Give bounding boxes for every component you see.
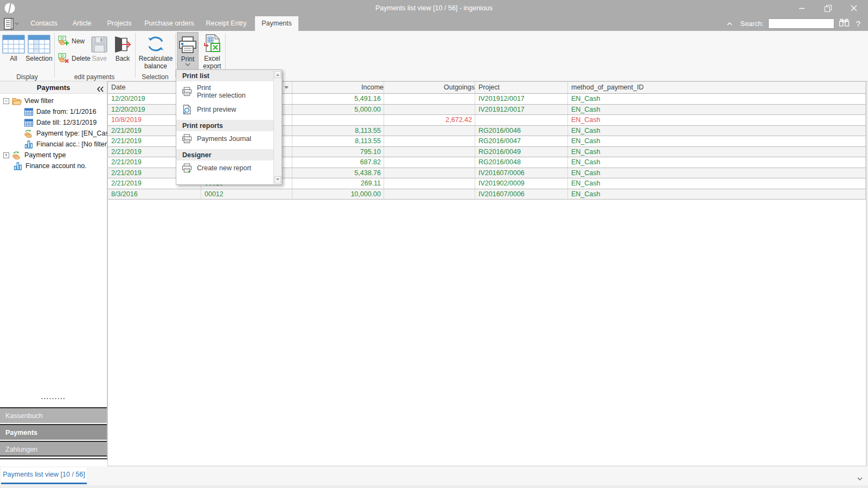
help-button[interactable]: ? — [856, 19, 860, 28]
calendar-icon — [24, 108, 34, 116]
tab-article[interactable]: Article — [66, 16, 98, 31]
application-window: Payments list view [10 / 56] - ingenious… — [0, 0, 868, 488]
binoculars-icon[interactable] — [839, 18, 850, 29]
coins-icon — [24, 129, 34, 138]
close-button[interactable] — [842, 0, 866, 16]
document-tab-strip: Payments list view [10 / 56] — [0, 466, 868, 485]
new-button[interactable]: New — [56, 35, 87, 48]
tree-item-view-filter[interactable]: − View filter — [0, 95, 107, 106]
minimize-button[interactable] — [790, 0, 814, 16]
recalculate-balance-button[interactable]: Recalculate balance — [137, 32, 175, 72]
excel-export-button[interactable]: Excel export — [200, 32, 225, 72]
back-button[interactable]: Back — [111, 32, 134, 72]
bar-chart-icon — [13, 162, 23, 170]
tree-item-payment-type-filter[interactable]: Payment type: [EN_Cash] — [0, 128, 107, 139]
folder-icon — [12, 97, 22, 105]
table-cell — [384, 136, 475, 146]
table-cell: 687.82 — [292, 157, 384, 168]
table-cell: 8,113.55 — [292, 136, 384, 146]
print-button[interactable]: Print — [177, 32, 199, 72]
table-cell: 5,438.76 — [292, 168, 384, 178]
column-header-project[interactable]: Project — [475, 82, 568, 93]
table-cell: 00012 — [201, 189, 292, 200]
document-tab-payments-list-view[interactable]: Payments list view [10 / 56] — [1, 467, 87, 484]
search-input[interactable] — [768, 18, 834, 29]
delete-button[interactable]: Delete — [56, 52, 93, 65]
table-cell: 5,491.16 — [292, 94, 384, 104]
tree-item-date-from[interactable]: Date from: 1/1/2016 — [0, 106, 107, 117]
table-cell: EN_Cash — [568, 168, 866, 178]
tab-contacts[interactable]: Contacts — [26, 16, 62, 31]
menu-scrollbar[interactable] — [273, 70, 282, 184]
tree-item-payment-type[interactable]: + Payment type — [0, 150, 107, 160]
tree-item-date-till[interactable]: Date till: 12/31/2019 — [0, 117, 107, 128]
tab-receipt-entry[interactable]: Receipt Entry — [202, 16, 251, 31]
tree-item-finance-account-no[interactable]: Finance account no. — [0, 160, 107, 171]
tab-payments[interactable]: Payments — [255, 16, 298, 31]
printer-icon — [177, 34, 198, 54]
selection-button[interactable]: Selection — [25, 32, 53, 72]
table-cell — [384, 157, 475, 168]
back-icon — [111, 33, 134, 54]
tab-projects[interactable]: Projects — [102, 16, 137, 31]
print-preview-icon — [181, 105, 192, 114]
table-cell: 5,000.00 — [292, 105, 384, 115]
chevron-down-icon[interactable] — [857, 473, 863, 483]
table-cell: 10,000.00 — [292, 189, 384, 200]
tab-purchase-orders[interactable]: Purchase orders — [141, 16, 197, 31]
collapse-ribbon-icon[interactable] — [726, 22, 733, 26]
collapse-expander[interactable]: − — [3, 98, 9, 104]
menu-section-print-list: Print list — [176, 70, 273, 81]
table-cell: IV201912/0017 — [475, 94, 568, 104]
grid-all-icon — [2, 33, 25, 54]
printer-icon — [181, 87, 192, 97]
panel-kassenbuch[interactable]: Kassenbuch — [0, 407, 107, 423]
table-cell: EN_Cash — [568, 115, 866, 125]
table-cell — [292, 115, 384, 125]
grid-selection-icon — [25, 33, 53, 54]
table-cell — [384, 126, 475, 136]
table-cell: EN_Cash — [568, 189, 866, 200]
table-cell: EN_Cash — [568, 147, 866, 157]
menu-item-create-new-report[interactable]: Create new report — [176, 160, 273, 176]
printer-add-icon — [181, 163, 192, 173]
tree-item-financial-acc[interactable]: Financial acc.: [No filter] — [0, 139, 107, 150]
filter-tree: − View filter Date from: 1/1/2016 Date t… — [0, 95, 107, 171]
group-label-display: Display — [1, 73, 53, 81]
table-cell: IV201902/0009 — [475, 178, 568, 189]
panel-payments[interactable]: Payments — [0, 424, 107, 440]
bar-chart-icon — [24, 140, 34, 149]
menu-item-print-preview[interactable]: Print preview — [176, 102, 273, 117]
scroll-up-icon[interactable] — [275, 71, 281, 78]
ribbon: All Selection New Delete Save Back — [0, 31, 868, 81]
table-cell — [475, 115, 568, 125]
money-delete-icon — [58, 53, 69, 65]
column-header-income[interactable]: Income — [292, 82, 384, 93]
scroll-down-icon[interactable] — [275, 176, 281, 183]
all-button[interactable]: All — [2, 32, 25, 72]
column-header-outgoings[interactable]: Outgoings — [384, 82, 475, 93]
sidebar-title: Payments — [0, 81, 107, 94]
table-cell: 795.10 — [292, 147, 384, 157]
column-header-method-of-payment[interactable]: method_of_payment_ID — [568, 82, 866, 93]
panel-zahlungen[interactable]: Zahlungen — [0, 441, 107, 457]
splitter-handle[interactable]: ......... — [0, 394, 107, 400]
menu-section-designer: Designer — [176, 149, 273, 160]
table-cell — [384, 168, 475, 178]
double-chevron-left-icon[interactable] — [97, 85, 104, 94]
table-cell: EN_Cash — [568, 94, 866, 104]
app-menu-button[interactable] — [3, 17, 22, 30]
restore-button[interactable] — [816, 0, 840, 16]
table-cell: RG2016/0049 — [475, 147, 568, 157]
menu-item-print-printer-selection[interactable]: Print Printer selection — [176, 81, 273, 102]
expand-expander[interactable]: + — [3, 152, 9, 158]
table-row[interactable]: 8/3/20160001210,000.00IV201607/0006EN_Ca… — [108, 189, 866, 200]
search-area: Search: ? — [726, 16, 868, 31]
menu-item-payments-journal[interactable]: Payments Journal — [176, 131, 273, 146]
table-cell — [384, 178, 475, 189]
table-cell: 8/3/2016 — [108, 189, 201, 200]
coins-icon — [12, 151, 22, 160]
window-title: Payments list view [10 / 56] - ingenious — [0, 0, 868, 16]
table-cell: IV201912/0017 — [475, 105, 568, 115]
table-cell: 2,672.42 — [384, 115, 475, 125]
